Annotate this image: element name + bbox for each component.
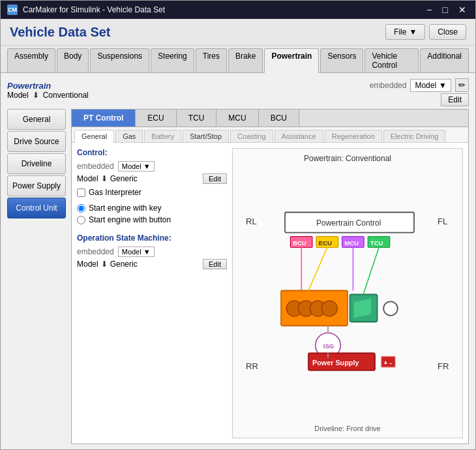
powertrain-edit-icon-btn[interactable]: ✏ xyxy=(455,78,469,92)
tab-mcu[interactable]: MCU xyxy=(216,110,258,127)
tab-steering[interactable]: Steering xyxy=(151,48,194,72)
start-button-radio[interactable] xyxy=(77,216,85,224)
rr-label: RR xyxy=(246,361,258,371)
window-title: CarMaker for Simulink - Vehicle Data Set xyxy=(23,5,419,14)
powertrain-model-label: Model xyxy=(7,91,29,100)
left-sidebar: General Drive Source Driveline Power Sup… xyxy=(7,109,66,444)
sidebar-item-drive-source[interactable]: Drive Source xyxy=(7,131,66,152)
maximize-button[interactable]: □ xyxy=(440,5,451,15)
control-section-title: Control: xyxy=(77,148,227,157)
powertrain-model-value: Conventional xyxy=(43,91,89,100)
tab-powertrain[interactable]: Powertrain xyxy=(264,48,319,73)
powertrain-model-dropdown[interactable]: Model ▼ xyxy=(410,79,451,92)
tab-sensors[interactable]: Sensors xyxy=(320,48,363,72)
isg-label: ISG xyxy=(323,342,335,350)
control-dropdown-arrow: ▼ xyxy=(143,162,151,170)
control-edit-btn[interactable]: Edit xyxy=(203,173,227,184)
embedded-label: embedded xyxy=(370,81,407,90)
tab-ecu[interactable]: ECU xyxy=(136,110,176,127)
file-button[interactable]: File ▼ xyxy=(385,24,425,40)
control-embedded-label: embedded xyxy=(77,162,114,171)
control-model-dropdown[interactable]: Model ▼ xyxy=(118,161,155,172)
file-dropdown-icon: ▼ xyxy=(409,27,417,37)
bcu-sub-label: BCU xyxy=(293,239,306,247)
close-window-button[interactable]: ✕ xyxy=(456,5,469,15)
powertrain-embedded-row: embedded Model ▼ ✏ Edit xyxy=(370,78,469,106)
op-embedded-row: embedded Model ▼ xyxy=(77,247,227,257)
start-button-row: Start engine with button xyxy=(77,215,227,224)
fl-label: FL xyxy=(438,217,447,226)
powertrain-diagram: RL FL RR FR Powertrain Control BCU xyxy=(238,167,457,422)
title-bar: CM CarMaker for Simulink - Vehicle Data … xyxy=(1,1,475,19)
control-model-row: Model ⬇ Generic Edit xyxy=(77,173,227,184)
svg-point-9 xyxy=(321,301,337,316)
panel-content: Control: embedded Model ▼ Model xyxy=(72,143,468,443)
tab-tcu[interactable]: TCU xyxy=(177,110,217,127)
tab-body[interactable]: Body xyxy=(57,48,89,72)
op-embedded-label: embedded xyxy=(77,247,114,256)
start-engine-group: Start engine with key Start engine with … xyxy=(77,203,227,224)
minimize-button[interactable]: − xyxy=(424,5,434,15)
header-bar: Vehicle Data Set File ▼ Close xyxy=(1,19,475,46)
sidebar-item-driveline[interactable]: Driveline xyxy=(7,153,66,174)
op-model-row: Model ⬇ Generic Edit xyxy=(77,259,227,269)
tab-assembly[interactable]: Assembly xyxy=(7,48,55,72)
main-content: General Drive Source Driveline Power Sup… xyxy=(7,109,469,444)
subtab-gas[interactable]: Gas xyxy=(115,130,143,142)
op-dropdown-arrow: ▼ xyxy=(143,248,151,256)
gas-interpreter-row: Gas Interpreter xyxy=(77,188,227,197)
rl-label: RL xyxy=(246,217,257,226)
subtab-general[interactable]: General xyxy=(74,130,114,143)
subtab-coasting[interactable]: Coasting xyxy=(230,130,273,142)
op-model-value: Generic xyxy=(110,260,138,269)
main-window: CM CarMaker for Simulink - Vehicle Data … xyxy=(0,0,476,450)
power-supply-label: Power Supply xyxy=(312,359,359,367)
tab-vehicle-control[interactable]: Vehicle Control xyxy=(364,48,419,72)
powertrain-model-row: Model ⬇ Conventional xyxy=(7,91,89,100)
subtab-assistance[interactable]: Assistance xyxy=(275,130,323,142)
op-model-label: Model xyxy=(77,260,98,269)
control-model-value: Generic xyxy=(110,174,138,183)
subtab-electric-driving[interactable]: Electric Driving xyxy=(383,130,445,142)
op-state-model-area: embedded Model ▼ Model ⬇ Generic Edi xyxy=(77,247,227,269)
subtab-start-stop[interactable]: Start/Stop xyxy=(183,130,229,142)
op-state-title: Operation State Machine: xyxy=(77,233,227,243)
start-key-radio[interactable] xyxy=(77,204,85,213)
sidebar-item-control-unit[interactable]: Control Unit xyxy=(7,198,66,218)
tab-bcu[interactable]: BCU xyxy=(259,110,299,127)
op-download-icon: ⬇ xyxy=(101,260,108,269)
sidebar-item-general[interactable]: General xyxy=(7,109,66,130)
fr-label: FR xyxy=(438,361,449,371)
dropdown-arrow-icon: ▼ xyxy=(439,81,447,90)
tab-brake[interactable]: Brake xyxy=(228,48,263,72)
app-title: Vehicle Data Set xyxy=(10,25,111,40)
tab-additional[interactable]: Additional xyxy=(420,48,469,72)
control-download-icon: ⬇ xyxy=(101,174,108,183)
right-panel: PT Control ECU TCU MCU BCU General Gas B… xyxy=(71,109,469,444)
svg-point-12 xyxy=(383,301,398,316)
tab-tires[interactable]: Tires xyxy=(196,48,227,72)
op-edit-btn[interactable]: Edit xyxy=(203,259,227,269)
app-icon: CM xyxy=(7,5,18,15)
diagram-panel: Powertrain: Conventional RL FL RR FR Pow… xyxy=(232,148,463,438)
tab-pt-control[interactable]: PT Control xyxy=(72,110,136,127)
pt-control-label: Powertrain Control xyxy=(316,218,381,228)
close-button[interactable]: Close xyxy=(429,24,466,40)
start-key-label: Start engine with key xyxy=(89,203,161,213)
powertrain-header: Powertrain Model ⬇ Conventional embedded… xyxy=(7,78,469,106)
gas-interpreter-label: Gas Interpreter xyxy=(89,188,141,197)
header-buttons: File ▼ Close xyxy=(385,24,466,40)
subtab-regeneration[interactable]: Regeneration xyxy=(325,130,382,142)
control-model-label: Model xyxy=(77,174,98,183)
mcu-sub-label: MCU xyxy=(344,239,359,247)
start-button-label: Start engine with button xyxy=(89,215,171,224)
tab-suspensions[interactable]: Suspensions xyxy=(90,48,149,72)
ecu-sub-label: ECU xyxy=(319,239,332,247)
gas-interpreter-checkbox[interactable] xyxy=(77,188,85,197)
powertrain-edit-btn[interactable]: Edit xyxy=(441,93,469,106)
start-key-row: Start engine with key xyxy=(77,203,227,213)
op-model-dropdown[interactable]: Model ▼ xyxy=(118,247,155,257)
sidebar-item-power-supply[interactable]: Power Supply xyxy=(7,175,66,196)
control-panel: Control: embedded Model ▼ Model xyxy=(77,148,227,438)
subtab-battery[interactable]: Battery xyxy=(144,130,181,142)
